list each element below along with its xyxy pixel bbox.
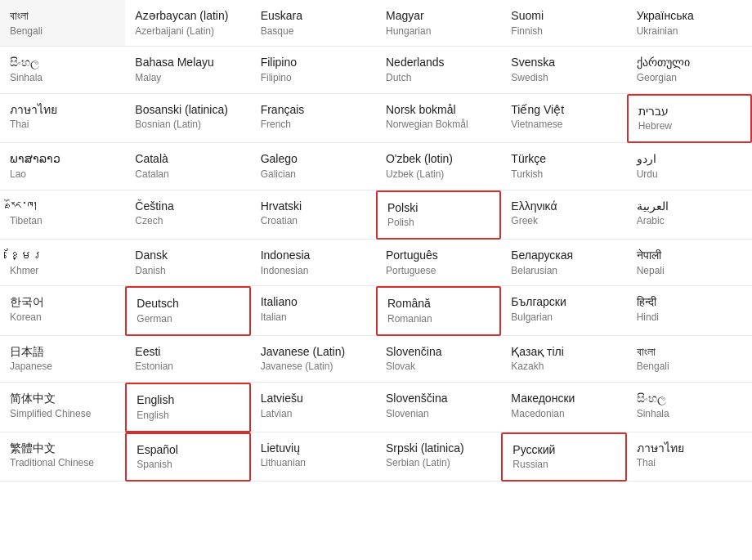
- language-english: Croatian: [261, 214, 366, 228]
- language-item[interactable]: Қазақ тіліKazakh: [501, 336, 626, 383]
- language-native: Tiếng Việt: [511, 102, 616, 119]
- language-english: Vietnamese: [511, 118, 616, 132]
- language-item[interactable]: Bosanski (latinica)Bosnian (Latin): [125, 94, 250, 143]
- language-item[interactable]: FilipinoFilipino: [251, 47, 376, 93]
- language-item[interactable]: БългарскиBulgarian: [501, 286, 626, 335]
- language-english: Estonian: [135, 360, 240, 374]
- language-item[interactable]: বাংলাBengali: [627, 336, 752, 383]
- language-item[interactable]: 简体中文Simplified Chinese: [0, 383, 125, 432]
- language-native: O'zbek (lotin): [386, 151, 491, 168]
- language-item[interactable]: Tiếng ViệtVietnamese: [501, 94, 626, 143]
- language-english: Georgian: [637, 71, 742, 85]
- language-item[interactable]: EuskaraBasque: [251, 0, 376, 47]
- language-item[interactable]: සිංහලSinhala: [0, 47, 125, 93]
- language-item[interactable]: Norsk bokmålNorwegian Bokmål: [376, 94, 501, 143]
- language-item[interactable]: МакедонскиMacedonian: [501, 383, 626, 432]
- language-english: Finnish: [511, 25, 616, 38]
- language-item[interactable]: MagyarHungarian: [376, 0, 501, 47]
- language-item[interactable]: ČeštinaCzech: [125, 190, 250, 240]
- language-item[interactable]: SvenskaSwedish: [501, 47, 626, 93]
- language-native: ພາສາລາວ: [10, 151, 115, 168]
- language-english: Russian: [513, 458, 615, 472]
- language-item[interactable]: ພາສາລາວLao: [0, 143, 125, 190]
- language-item[interactable]: עבריתHebrew: [627, 94, 752, 143]
- language-english: Slovenian: [386, 407, 491, 421]
- language-english: Bengali: [10, 25, 115, 38]
- language-item[interactable]: Srpski (latinica)Serbian (Latin): [376, 432, 501, 482]
- language-item[interactable]: 日本語Japanese: [0, 336, 125, 383]
- language-item[interactable]: हिन्दीHindi: [627, 286, 752, 335]
- language-item[interactable]: اردوUrdu: [627, 143, 752, 190]
- language-item[interactable]: РусскийRussian: [501, 432, 626, 482]
- language-item[interactable]: རྫོང་ཁ།Tibetan: [0, 190, 125, 240]
- language-item[interactable]: العربيةArabic: [627, 190, 752, 240]
- language-item[interactable]: БеларускаяBelarusian: [501, 240, 626, 286]
- language-item[interactable]: සිංහලSinhala: [627, 383, 752, 432]
- language-item[interactable]: CatalàCatalan: [125, 143, 250, 190]
- language-english: Hungarian: [386, 25, 491, 38]
- language-item[interactable]: EspañolSpanish: [125, 432, 250, 482]
- language-english: Turkish: [511, 168, 616, 181]
- language-item[interactable]: DanskDanish: [125, 240, 250, 286]
- language-item[interactable]: ΕλληνικάGreek: [501, 190, 626, 240]
- language-english: Latvian: [261, 407, 366, 421]
- language-native: Slovenščina: [386, 391, 491, 407]
- language-english: Basque: [261, 25, 366, 38]
- language-native: རྫོང་ཁ།: [10, 199, 115, 215]
- language-item[interactable]: PolskiPolish: [376, 190, 501, 240]
- language-native: Lietuvių: [261, 441, 366, 457]
- language-item[interactable]: NederlandsDutch: [376, 47, 501, 93]
- language-english: Czech: [135, 214, 240, 228]
- language-native: বাংলা: [637, 344, 742, 361]
- language-english: Slovak: [386, 360, 491, 374]
- language-item[interactable]: ภาษาไทยThai: [627, 432, 752, 482]
- language-native: සිංහල: [10, 55, 115, 71]
- language-native: Русский: [513, 442, 615, 459]
- language-item[interactable]: LietuviųLithuanian: [251, 432, 376, 482]
- language-native: ภาษาไทย: [637, 441, 742, 457]
- language-item[interactable]: FrançaisFrench: [251, 94, 376, 143]
- language-english: Korean: [10, 311, 115, 325]
- language-item[interactable]: Azərbaycan (latin)Azerbaijani (Latin): [125, 0, 250, 47]
- language-native: Қазақ тілі: [511, 344, 616, 361]
- language-english: Bulgarian: [511, 311, 616, 325]
- language-native: Svenska: [511, 55, 616, 71]
- language-item[interactable]: HrvatskiCroatian: [251, 190, 376, 240]
- language-item[interactable]: नेपालीNepali: [627, 240, 752, 286]
- language-english: Danish: [135, 264, 240, 278]
- language-item[interactable]: GalegoGalician: [251, 143, 376, 190]
- language-native: Deutsch: [137, 296, 239, 312]
- language-native: 日本語: [10, 344, 115, 361]
- language-english: Catalan: [135, 168, 240, 181]
- language-item[interactable]: SlovenščinaSlovenian: [376, 383, 501, 432]
- language-item[interactable]: TürkçeTurkish: [501, 143, 626, 190]
- language-native: Azərbaycan (latin): [135, 8, 240, 25]
- language-item[interactable]: LatviešuLatvian: [251, 383, 376, 432]
- language-native: العربية: [637, 199, 742, 215]
- language-item[interactable]: ItalianoItalian: [251, 286, 376, 335]
- language-item[interactable]: УкраїнськаUkrainian: [627, 0, 752, 47]
- language-item[interactable]: PortuguêsPortuguese: [376, 240, 501, 286]
- language-item[interactable]: 繁體中文Traditional Chinese: [0, 432, 125, 482]
- language-english: Hebrew: [638, 119, 741, 133]
- language-grid: বাংলাBengaliAzərbaycan (latin)Azerbaijan…: [0, 0, 752, 482]
- language-item[interactable]: Bahasa MelayuMalay: [125, 47, 250, 93]
- language-item[interactable]: ภาษาไทยThai: [0, 94, 125, 143]
- language-item[interactable]: Javanese (Latin)Javanese (Latin): [251, 336, 376, 383]
- language-item[interactable]: 한국어Korean: [0, 286, 125, 335]
- language-item[interactable]: EestiEstonian: [125, 336, 250, 383]
- language-english: English: [137, 409, 239, 423]
- language-item[interactable]: ខ្មែរKhmer: [0, 240, 125, 286]
- language-item[interactable]: RomânăRomanian: [376, 286, 501, 335]
- language-item[interactable]: O'zbek (lotin)Uzbek (Latin): [376, 143, 501, 190]
- language-item[interactable]: ქართულიGeorgian: [627, 47, 752, 93]
- language-native: Bahasa Melayu: [135, 55, 240, 71]
- language-item[interactable]: SlovenčinaSlovak: [376, 336, 501, 383]
- language-item[interactable]: SuomiFinnish: [501, 0, 626, 47]
- language-item[interactable]: EnglishEnglish: [125, 383, 250, 432]
- language-item[interactable]: DeutschGerman: [125, 286, 250, 335]
- language-english: Macedonian: [511, 407, 616, 421]
- language-item[interactable]: IndonesiaIndonesian: [251, 240, 376, 286]
- language-native: Dansk: [135, 248, 240, 264]
- language-item[interactable]: বাংলাBengali: [0, 0, 125, 47]
